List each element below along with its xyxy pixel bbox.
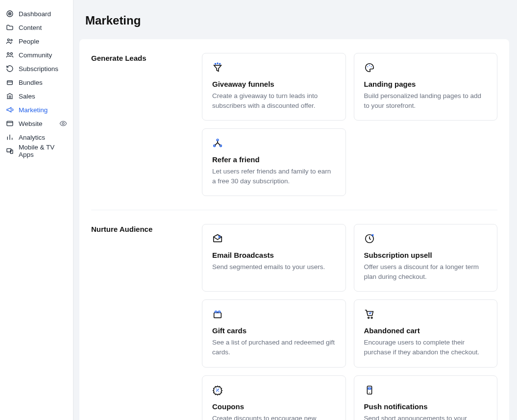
card-grid: Giveaway funnels Create a giveaway to tu… <box>202 53 497 196</box>
card-desc: Send segmented emails to your users. <box>212 262 336 272</box>
sidebar-item-label: Subscriptions <box>19 65 58 73</box>
card-title: Gift cards <box>212 326 336 335</box>
sidebar-item-label: Content <box>19 24 42 31</box>
svg-point-24 <box>371 317 372 319</box>
sidebar-item-label: Analytics <box>19 134 45 141</box>
card-desc: Create discounts to encourage new purcha… <box>212 414 336 420</box>
svg-point-4 <box>11 39 12 41</box>
svg-point-3 <box>7 39 9 41</box>
svg-point-9 <box>62 123 64 124</box>
svg-point-15 <box>367 66 368 67</box>
sidebar-item-bundles[interactable]: Bundles <box>0 75 73 89</box>
share-nodes-icon <box>212 138 223 148</box>
cart-icon <box>364 309 375 320</box>
card-title: Push notifications <box>364 402 488 411</box>
card-landing-pages[interactable]: Landing pages Build personalized landing… <box>354 53 498 121</box>
eye-icon[interactable] <box>59 120 67 127</box>
sidebar-item-people[interactable]: People <box>0 34 73 48</box>
sidebar-item-mobile-tv-apps[interactable]: Mobile & TV Apps <box>0 144 73 158</box>
sidebar-item-label: Mobile & TV Apps <box>19 144 67 158</box>
sidebar-item-label: Dashboard <box>19 10 51 18</box>
envelope-icon <box>212 233 223 244</box>
sidebar-item-label: Community <box>19 51 52 59</box>
card-title: Abandoned cart <box>364 326 488 335</box>
card-coupons[interactable]: Coupons Create discounts to encourage ne… <box>202 375 346 420</box>
sidebar-item-website[interactable]: Website <box>0 117 73 130</box>
sidebar-item-label: People <box>19 38 39 45</box>
funnel-icon <box>212 62 223 73</box>
svg-rect-8 <box>7 121 13 125</box>
card-subscription-upsell[interactable]: Subscription upsell Offer users a discou… <box>354 224 498 292</box>
phone-notification-icon <box>364 385 375 395</box>
svg-point-18 <box>217 139 219 141</box>
card-push-notifications[interactable]: Push notifications Send short announceme… <box>354 375 498 420</box>
card-gift-cards[interactable]: Gift cards See a list of purchased and r… <box>202 299 346 367</box>
sidebar-item-subscriptions[interactable]: Subscriptions <box>0 62 73 75</box>
sidebar-item-label: Bundles <box>19 79 43 86</box>
svg-point-16 <box>369 65 370 66</box>
sidebar-item-label: Website <box>19 120 43 127</box>
section-label: Generate Leads <box>91 53 202 196</box>
svg-point-13 <box>217 63 218 64</box>
card-grid: Email Broadcasts Send segmented emails t… <box>202 224 497 420</box>
sidebar-item-community[interactable]: Community <box>0 48 73 62</box>
sidebar-item-dashboard[interactable]: Dashboard <box>0 7 73 21</box>
people-icon <box>6 37 14 45</box>
bank-icon <box>6 92 14 100</box>
card-email-broadcasts[interactable]: Email Broadcasts Send segmented emails t… <box>202 224 346 292</box>
sidebar-item-label: Sales <box>19 93 35 100</box>
svg-point-25 <box>216 388 217 389</box>
sidebar: Dashboard Content People Community Subsc… <box>0 0 74 420</box>
sidebar-item-content[interactable]: Content <box>0 21 73 34</box>
card-refer-a-friend[interactable]: Refer a friend Let users refer friends a… <box>202 128 346 196</box>
card-desc: Build personalized landing pages to add … <box>364 91 488 110</box>
svg-rect-22 <box>214 313 222 318</box>
palette-icon <box>364 62 375 73</box>
main: Marketing Generate Leads Giveaway funnel… <box>74 0 517 420</box>
community-icon <box>6 51 14 59</box>
card-desc: See a list of purchased and redeemed gif… <box>212 338 336 357</box>
card-desc: Send short announcements to your mobile … <box>364 414 488 420</box>
svg-rect-7 <box>7 81 13 85</box>
card-title: Landing pages <box>364 80 488 88</box>
card-desc: Let users refer friends and family to ea… <box>212 167 336 186</box>
card-title: Email Broadcasts <box>212 251 336 259</box>
card-abandoned-cart[interactable]: Abandoned cart Encourage users to comple… <box>354 299 498 367</box>
refresh-icon <box>6 65 14 73</box>
svg-point-6 <box>10 52 12 54</box>
sidebar-item-sales[interactable]: Sales <box>0 89 73 103</box>
card-title: Subscription upsell <box>364 251 488 259</box>
target-icon <box>6 10 14 18</box>
svg-point-26 <box>218 391 219 392</box>
card-desc: Offer users a discount for a longer term… <box>364 262 488 281</box>
card-desc: Encourage users to complete their purcha… <box>364 338 488 357</box>
bar-chart-icon <box>6 133 14 141</box>
section-nurture-audience: Nurture Audience Email Broadcasts Send s… <box>91 210 497 420</box>
gift-icon <box>212 309 223 320</box>
coupon-icon <box>212 385 223 395</box>
megaphone-icon <box>6 106 14 114</box>
svg-point-12 <box>215 63 216 64</box>
svg-rect-28 <box>368 388 371 389</box>
sidebar-item-label: Marketing <box>19 106 48 114</box>
devices-icon <box>6 147 14 155</box>
svg-point-29 <box>369 392 369 393</box>
svg-point-5 <box>7 52 9 54</box>
card-title: Coupons <box>212 402 336 411</box>
sidebar-item-marketing[interactable]: Marketing <box>0 103 73 117</box>
card-giveaway-funnels[interactable]: Giveaway funnels Create a giveaway to tu… <box>202 53 346 121</box>
card-title: Refer a friend <box>212 155 336 164</box>
card-title: Giveaway funnels <box>212 80 336 88</box>
svg-point-14 <box>220 63 221 64</box>
section-generate-leads: Generate Leads Giveaway funnels Create a… <box>91 53 497 196</box>
svg-point-17 <box>370 66 371 67</box>
folder-icon <box>6 24 14 31</box>
browser-icon <box>6 120 14 127</box>
package-icon <box>6 78 14 86</box>
page-title: Marketing <box>74 0 517 27</box>
section-label: Nurture Audience <box>91 224 202 420</box>
sidebar-item-analytics[interactable]: Analytics <box>0 130 73 144</box>
card-desc: Create a giveaway to turn leads into sub… <box>212 91 336 110</box>
svg-point-2 <box>9 13 10 14</box>
content-panel: Generate Leads Giveaway funnels Create a… <box>79 39 509 420</box>
